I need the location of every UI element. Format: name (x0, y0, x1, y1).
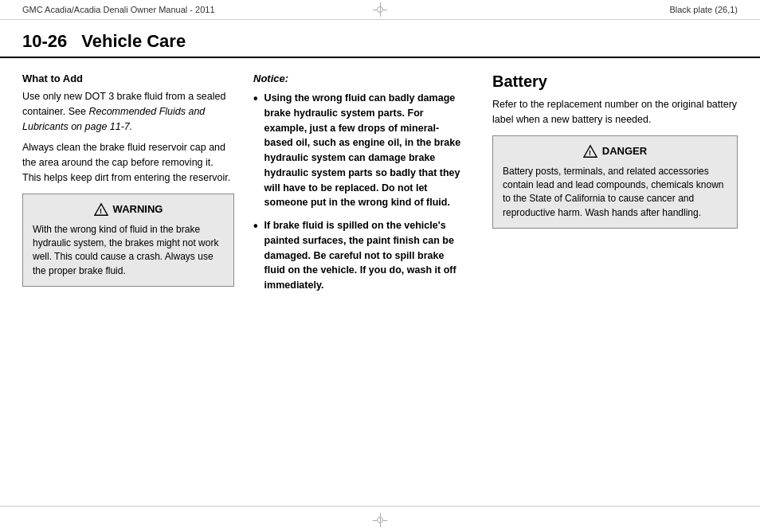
danger-label: DANGER (602, 145, 647, 157)
battery-para: Refer to the replacement number on the o… (492, 97, 738, 127)
warning-label: WARNING (113, 203, 163, 215)
danger-box: ! DANGER Battery posts, terminals, and r… (492, 135, 738, 229)
page-outer: GMC Acadia/Acadia Denali Owner Manual - … (0, 0, 760, 532)
notice-list: Using the wrong fluid can badly damage b… (253, 91, 465, 293)
notice-text-1: Using the wrong fluid can badly damage b… (264, 91, 465, 210)
section-number: 10-26 (22, 31, 67, 52)
svg-text:!: ! (589, 149, 591, 157)
bottom-bar (0, 506, 760, 532)
warning-header: ! WARNING (33, 202, 224, 217)
danger-icon: ! (583, 144, 597, 158)
notice-text-2: If brake fluid is spilled on the vehicle… (264, 218, 465, 293)
section-title: Vehicle Care (81, 31, 186, 52)
warning-text: With the wrong kind of fluid in the brak… (33, 223, 224, 279)
danger-text: Battery posts, terminals, and related ac… (503, 165, 727, 221)
bottom-crosshair (373, 513, 387, 527)
header-right: Black plate (26,1) (669, 5, 738, 14)
left-para2: Always clean the brake fluid reservoir c… (22, 140, 234, 185)
warning-icon: ! (94, 202, 108, 217)
danger-header: ! DANGER (503, 144, 727, 158)
section-heading: 10-26 Vehicle Care (0, 20, 760, 58)
top-bar: GMC Acadia/Acadia Denali Owner Manual - … (0, 0, 760, 20)
left-column: What to Add Use only new DOT 3 brake flu… (22, 72, 253, 301)
warning-box: ! WARNING With the wrong kind of fluid i… (22, 194, 234, 288)
left-para1: Use only new DOT 3 brake fluid from a se… (22, 89, 234, 134)
notice-item-2: If brake fluid is spilled on the vehicle… (253, 218, 465, 293)
header-left: GMC Acadia/Acadia Denali Owner Manual - … (22, 5, 215, 14)
notice-item-1: Using the wrong fluid can badly damage b… (253, 91, 465, 210)
middle-column: Notice: Using the wrong fluid can badly … (253, 72, 484, 301)
top-crosshair (373, 2, 387, 17)
content-area: What to Add Use only new DOT 3 brake flu… (0, 58, 760, 315)
what-to-add-heading: What to Add (22, 72, 234, 84)
notice-heading: Notice: (253, 72, 465, 84)
battery-heading: Battery (492, 72, 738, 91)
right-column: Battery Refer to the replacement number … (484, 72, 738, 301)
svg-text:!: ! (100, 207, 102, 215)
